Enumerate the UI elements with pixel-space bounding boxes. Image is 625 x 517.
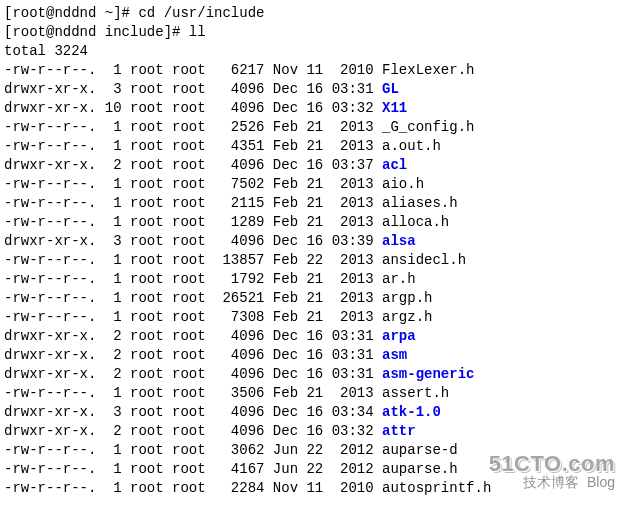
terminal-line: -rw-r--r--. 1 root root 2115 Feb 21 2013… xyxy=(4,194,621,213)
directory-name: alsa xyxy=(382,233,416,249)
terminal-line: -rw-r--r--. 1 root root 3062 Jun 22 2012… xyxy=(4,441,621,460)
file-name: ansidecl.h xyxy=(382,252,466,268)
file-name: _G_config.h xyxy=(382,119,474,135)
file-name: ar.h xyxy=(382,271,416,287)
terminal-line: -rw-r--r--. 1 root root 3506 Feb 21 2013… xyxy=(4,384,621,403)
directory-name: GL xyxy=(382,81,399,97)
directory-name: asm-generic xyxy=(382,366,474,382)
file-name: aliases.h xyxy=(382,195,458,211)
terminal-line: drwxr-xr-x. 3 root root 4096 Dec 16 03:3… xyxy=(4,403,621,422)
terminal-line: -rw-r--r--. 1 root root 2526 Feb 21 2013… xyxy=(4,118,621,137)
terminal-line: -rw-r--r--. 1 root root 4167 Jun 22 2012… xyxy=(4,460,621,479)
file-name: argz.h xyxy=(382,309,432,325)
terminal-line: drwxr-xr-x. 2 root root 4096 Dec 16 03:3… xyxy=(4,346,621,365)
terminal-line: drwxr-xr-x. 2 root root 4096 Dec 16 03:3… xyxy=(4,327,621,346)
terminal-line: drwxr-xr-x. 3 root root 4096 Dec 16 03:3… xyxy=(4,80,621,99)
file-name: assert.h xyxy=(382,385,449,401)
file-name: argp.h xyxy=(382,290,432,306)
file-name: auparse.h xyxy=(382,461,458,477)
directory-name: acl xyxy=(382,157,407,173)
terminal-line: -rw-r--r--. 1 root root 26521 Feb 21 201… xyxy=(4,289,621,308)
terminal-line: -rw-r--r--. 1 root root 4351 Feb 21 2013… xyxy=(4,137,621,156)
file-name: a.out.h xyxy=(382,138,441,154)
terminal-line: drwxr-xr-x. 2 root root 4096 Dec 16 03:3… xyxy=(4,365,621,384)
terminal-line: drwxr-xr-x. 3 root root 4096 Dec 16 03:3… xyxy=(4,232,621,251)
file-name: FlexLexer.h xyxy=(382,62,474,78)
terminal-line: -rw-r--r--. 1 root root 7502 Feb 21 2013… xyxy=(4,175,621,194)
directory-name: asm xyxy=(382,347,407,363)
terminal-line: -rw-r--r--. 1 root root 1289 Feb 21 2013… xyxy=(4,213,621,232)
terminal-line: -rw-r--r--. 1 root root 7308 Feb 21 2013… xyxy=(4,308,621,327)
file-name: auparse-d xyxy=(382,442,458,458)
terminal-line: -rw-r--r--. 1 root root 2284 Nov 11 2010… xyxy=(4,479,621,498)
directory-name: X11 xyxy=(382,100,407,116)
terminal-line: [root@nddnd include]# ll xyxy=(4,23,621,42)
terminal-line: drwxr-xr-x. 2 root root 4096 Dec 16 03:3… xyxy=(4,156,621,175)
terminal-line: -rw-r--r--. 1 root root 13857 Feb 22 201… xyxy=(4,251,621,270)
terminal-line: -rw-r--r--. 1 root root 6217 Nov 11 2010… xyxy=(4,61,621,80)
terminal-line: [root@nddnd ~]# cd /usr/include xyxy=(4,4,621,23)
terminal-line: drwxr-xr-x. 2 root root 4096 Dec 16 03:3… xyxy=(4,422,621,441)
file-name: aio.h xyxy=(382,176,424,192)
terminal-line: total 3224 xyxy=(4,42,621,61)
file-name: autosprintf.h xyxy=(382,480,491,496)
terminal-line: drwxr-xr-x. 10 root root 4096 Dec 16 03:… xyxy=(4,99,621,118)
directory-name: attr xyxy=(382,423,416,439)
directory-name: arpa xyxy=(382,328,416,344)
terminal-line: -rw-r--r--. 1 root root 1792 Feb 21 2013… xyxy=(4,270,621,289)
file-name: alloca.h xyxy=(382,214,449,230)
directory-name: atk-1.0 xyxy=(382,404,441,420)
terminal-output[interactable]: [root@nddnd ~]# cd /usr/include[root@ndd… xyxy=(4,4,621,498)
